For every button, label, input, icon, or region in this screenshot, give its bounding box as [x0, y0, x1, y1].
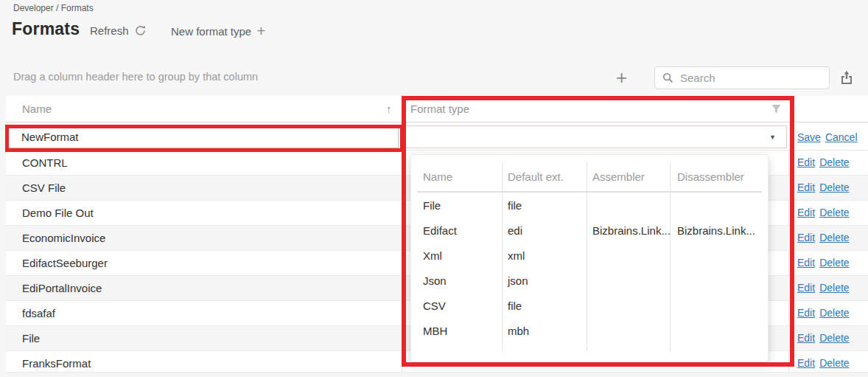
breadcrumb[interactable]: Developer / Formats — [13, 3, 94, 13]
option-name: File — [423, 193, 441, 218]
delete-link[interactable]: Delete — [819, 257, 849, 269]
dropdown-option[interactable]: Xml xml — [411, 243, 768, 269]
edit-link[interactable]: Edit — [797, 282, 815, 294]
option-name: Xml — [423, 243, 442, 269]
column-header-format-type[interactable]: Format type — [410, 96, 469, 122]
refresh-icon — [134, 24, 147, 37]
option-assembler: Bizbrains.Link... — [592, 218, 671, 243]
column-header-name[interactable]: Name — [22, 96, 52, 122]
edit-link[interactable]: Edit — [797, 307, 815, 319]
format-type-select[interactable]: ▼ — [402, 125, 787, 148]
edit-link[interactable]: Edit — [797, 156, 815, 168]
dropdown-option[interactable]: Json json — [411, 269, 768, 294]
caret-down-icon: ▼ — [769, 134, 776, 141]
grid-header-row: Name ↑ Format type — [6, 96, 868, 122]
dropdown-header-divider — [417, 191, 762, 193]
option-disassembler: Bizbrains.Link... — [677, 218, 755, 243]
export-icon — [839, 70, 854, 85]
delete-link[interactable]: Delete — [819, 357, 849, 369]
edit-link[interactable]: Edit — [797, 207, 815, 218]
option-name: Edifact — [423, 218, 457, 243]
plus-icon: + — [256, 24, 265, 38]
page-title: Formats — [12, 19, 80, 39]
row-name: EconomicInvoice — [22, 226, 105, 250]
row-name: File — [22, 326, 40, 350]
row-name: fdsafaf — [22, 301, 55, 325]
search-input[interactable] — [680, 72, 813, 84]
row-name: Demo File Out — [22, 201, 94, 225]
save-link[interactable]: Save — [797, 131, 821, 143]
new-format-type-button[interactable]: New format type + — [171, 24, 265, 38]
format-name-input[interactable] — [7, 125, 399, 148]
search-box[interactable] — [654, 66, 830, 89]
dropdown-option[interactable]: CSV file — [411, 294, 768, 319]
delete-link[interactable]: Delete — [819, 332, 849, 344]
dropdown-column-header-disassembler: Disassembler — [677, 164, 744, 190]
row-name: EdifactSeeburger — [22, 251, 108, 275]
delete-link[interactable]: Delete — [819, 156, 849, 168]
row-name: CONTRL — [22, 151, 68, 175]
option-name: CSV — [423, 294, 446, 319]
plus-icon: + — [616, 66, 627, 89]
dropdown-option[interactable]: Edifact edi Bizbrains.Link... Bizbrains.… — [411, 218, 768, 243]
delete-link[interactable]: Delete — [819, 181, 849, 193]
option-default-ext: file — [508, 193, 522, 218]
dropdown-column-header-name: Name — [423, 164, 452, 190]
delete-link[interactable]: Delete — [819, 207, 849, 218]
edit-link[interactable]: Edit — [797, 257, 815, 269]
add-row-button[interactable]: + — [616, 68, 627, 87]
option-name: Json — [423, 269, 447, 294]
format-type-dropdown-panel: Name Default ext. Assembler Disassembler… — [410, 154, 769, 362]
dropdown-option[interactable]: File file — [411, 193, 768, 218]
search-icon — [662, 72, 673, 83]
new-format-type-label: New format type — [171, 25, 251, 38]
option-default-ext: xml — [508, 243, 525, 269]
option-default-ext: mbh — [508, 319, 529, 344]
row-name: CSV File — [22, 176, 66, 200]
delete-link[interactable]: Delete — [819, 232, 849, 243]
option-name: MBH — [423, 319, 447, 344]
option-default-ext: edi — [508, 218, 522, 243]
edit-link[interactable]: Edit — [797, 232, 815, 243]
row-name: EdiPortalInvoice — [22, 276, 102, 300]
sort-up-icon[interactable]: ↑ — [386, 96, 392, 122]
filter-icon[interactable] — [771, 103, 782, 114]
partial-row — [6, 373, 868, 377]
cancel-link[interactable]: Cancel — [825, 131, 858, 143]
group-panel-drop-target[interactable]: Drag a column header here to group by th… — [13, 71, 258, 83]
delete-link[interactable]: Delete — [819, 307, 849, 319]
delete-link[interactable]: Delete — [819, 282, 849, 294]
refresh-button[interactable]: Refresh — [90, 24, 147, 37]
edit-link[interactable]: Edit — [797, 357, 815, 369]
edit-link[interactable]: Edit — [797, 332, 815, 344]
dropdown-column-header-default-ext: Default ext. — [508, 164, 564, 190]
option-default-ext: json — [508, 269, 528, 294]
export-button[interactable] — [839, 70, 854, 88]
dropdown-option[interactable]: MBH mbh — [411, 319, 768, 344]
dropdown-column-header-assembler: Assembler — [592, 164, 645, 190]
edit-link[interactable]: Edit — [797, 181, 815, 193]
refresh-label: Refresh — [90, 24, 129, 37]
option-default-ext: file — [508, 294, 522, 319]
